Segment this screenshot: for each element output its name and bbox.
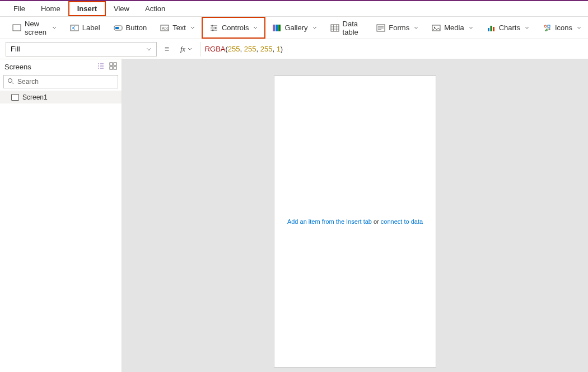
forms-icon [376, 23, 385, 32]
svg-rect-1 [71, 25, 78, 31]
label-icon [70, 23, 79, 32]
svg-rect-18 [493, 27, 494, 31]
screen-icon [11, 94, 19, 101]
tree-item-screen1[interactable]: Screen1 [0, 91, 122, 104]
ribbon-gallery-label: Gallery [284, 23, 307, 32]
canvas-area: Add an item from the Insert tab or conne… [122, 59, 588, 372]
ribbon-label: New screen [25, 20, 48, 36]
ribbon-button-text: Button [126, 23, 147, 32]
tree-item-label: Screen1 [22, 93, 48, 101]
ribbon-media[interactable]: Media [425, 23, 479, 32]
svg-point-6 [211, 25, 213, 26]
gallery-icon [272, 23, 281, 32]
ribbon-charts[interactable]: Charts [480, 23, 536, 32]
svg-rect-9 [273, 25, 275, 31]
ribbon-text-label: Text [172, 23, 186, 32]
svg-rect-12 [331, 25, 339, 31]
ribbon-label[interactable]: Label [63, 23, 107, 32]
tree-view-icon[interactable] [97, 62, 105, 72]
media-icon [432, 23, 441, 32]
chevron-down-icon [312, 26, 317, 30]
formula-bar: Fill = fx RGBA(255, 255, 255, 1) [0, 39, 588, 59]
insert-ribbon: New screen Label Button Abc Text Control… [0, 17, 588, 39]
svg-rect-0 [13, 25, 21, 31]
ribbon-datatable-label: Data table [343, 20, 363, 36]
new-screen-icon [12, 23, 21, 32]
ribbon-label-text: Label [82, 23, 100, 32]
svg-rect-17 [490, 26, 492, 31]
hint-insert-link[interactable]: Add an item from the Insert tab [287, 218, 372, 225]
ribbon-charts-label: Charts [499, 23, 520, 32]
menu-tab-file[interactable]: File [6, 1, 33, 16]
button-icon [114, 23, 123, 32]
svg-rect-3 [115, 27, 119, 29]
formula-input[interactable]: RGBA(255, 255, 255, 1) [200, 42, 588, 56]
ribbon-data-table[interactable]: Data table [324, 20, 370, 36]
ribbon-icons-label: Icons [555, 23, 572, 32]
controls-icon [209, 23, 218, 32]
svg-rect-11 [278, 25, 281, 31]
text-icon: Abc [160, 23, 169, 32]
ribbon-icons[interactable]: Icons [536, 23, 588, 32]
menu-bar: File Home Insert View Action [0, 1, 588, 17]
svg-point-25 [8, 78, 12, 82]
ribbon-text[interactable]: Abc Text [153, 23, 202, 32]
ribbon-forms[interactable]: Forms [370, 23, 425, 32]
svg-text:Abc: Abc [162, 26, 169, 30]
formula-fn: RGBA [205, 45, 226, 53]
screens-tree: Screen1 [0, 91, 122, 372]
svg-rect-21 [110, 63, 113, 65]
property-selector[interactable]: Fill [6, 42, 157, 56]
svg-point-8 [212, 29, 213, 31]
svg-rect-22 [114, 63, 116, 65]
chevron-down-icon [146, 46, 152, 52]
chevron-down-icon [525, 26, 529, 30]
chevron-down-icon [253, 26, 258, 30]
search-icon [7, 78, 14, 86]
svg-rect-16 [488, 28, 489, 31]
fx-button[interactable]: fx [177, 45, 195, 54]
search-input[interactable]: Search [3, 75, 118, 88]
screens-panel: Screens Search Screen1 [0, 59, 122, 372]
ribbon-new-screen[interactable]: New screen [6, 20, 63, 36]
ribbon-media-label: Media [444, 23, 464, 32]
menu-tab-insert[interactable]: Insert [68, 1, 106, 16]
charts-icon [487, 23, 496, 32]
chevron-down-icon [577, 26, 581, 30]
chevron-down-icon [52, 26, 57, 30]
ribbon-controls[interactable]: Controls [203, 23, 264, 32]
ribbon-gallery[interactable]: Gallery [265, 23, 323, 32]
screens-panel-header: Screens [0, 59, 122, 74]
ribbon-forms-label: Forms [389, 23, 409, 32]
chevron-down-icon [414, 26, 418, 30]
svg-rect-24 [114, 67, 116, 69]
property-name: Fill [11, 45, 20, 53]
chevron-down-icon [188, 47, 192, 51]
chevron-down-icon [469, 26, 473, 30]
ribbon-controls-label: Controls [222, 23, 249, 32]
hint-or: or [374, 218, 379, 225]
menu-tab-view[interactable]: View [106, 1, 137, 16]
svg-rect-23 [110, 67, 113, 69]
thumbnail-view-icon[interactable] [109, 62, 117, 72]
chevron-down-icon [190, 26, 195, 30]
body: Screens Search Screen1 Add an item from … [0, 59, 588, 372]
svg-point-7 [214, 27, 216, 29]
menu-tab-home[interactable]: Home [33, 1, 68, 16]
hint-connect-link[interactable]: connect to data [381, 218, 423, 225]
svg-rect-10 [276, 25, 278, 31]
data-table-icon [330, 23, 339, 32]
svg-point-19 [544, 25, 547, 27]
menu-tab-action[interactable]: Action [137, 1, 173, 16]
screen-canvas[interactable]: Add an item from the Insert tab or conne… [274, 76, 436, 367]
canvas-hint: Add an item from the Insert tab or conne… [287, 218, 423, 225]
equals-sign: = [161, 45, 172, 54]
search-placeholder: Search [17, 78, 39, 86]
ribbon-button[interactable]: Button [107, 23, 154, 32]
screens-panel-title: Screens [4, 63, 31, 71]
icons-icon [543, 23, 552, 32]
svg-rect-20 [548, 25, 550, 27]
